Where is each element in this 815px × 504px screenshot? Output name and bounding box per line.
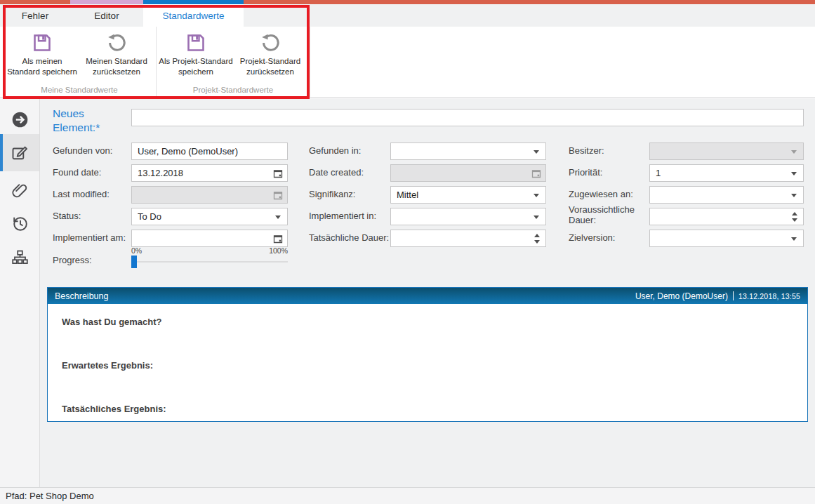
neues-element-label: Neues Element:* <box>53 107 116 135</box>
zugewiesen-an-select[interactable] <box>649 186 804 204</box>
tatsaechliche-dauer-spinner[interactable] <box>390 230 546 247</box>
sidebar-active-indicator <box>0 134 3 171</box>
dropdown-caret-icon <box>791 237 797 241</box>
zielversion-select[interactable] <box>649 230 804 247</box>
tab-row-filler <box>244 4 815 27</box>
dropdown-caret-icon <box>534 194 539 197</box>
prioritaet-label: Priorität: <box>569 168 602 178</box>
ribbon-group-projekt-standardwerte: Als Projekt-Standard speichern Projekt-S… <box>157 27 310 97</box>
voraussichtliche-dauer-spinner[interactable] <box>649 208 804 225</box>
calendar-icon[interactable] <box>272 233 284 246</box>
slider-thumb[interactable] <box>131 256 137 268</box>
button-label: Als Projekt-Standard speichern <box>159 56 232 77</box>
save-icon <box>32 30 53 55</box>
dropdown-caret-icon <box>534 215 539 219</box>
status-label: Status: <box>53 211 81 222</box>
tab-fehler[interactable]: Fehler <box>0 4 70 27</box>
date-created-input <box>390 164 546 182</box>
found-date-label: Found date: <box>53 168 101 178</box>
slider-max-label: 100% <box>269 246 288 255</box>
ribbon-group-label: Meine Standardwerte <box>5 86 154 97</box>
progress-slider[interactable]: 0% 100% <box>131 246 288 269</box>
beschreibung-section: Beschreibung User, Demo (DemoUser) 13.12… <box>47 287 808 422</box>
gefunden-von-label: Gefunden von: <box>53 146 112 157</box>
beschreibung-meta: User, Demo (DemoUser) 13.12.2018, 13:55 <box>635 291 800 301</box>
paperclip-icon <box>11 190 29 202</box>
tab-editor[interactable]: Editor <box>70 4 143 27</box>
ribbon-group-label: Projekt-Standardwerte <box>159 86 307 97</box>
signifikanz-label: Signifikanz: <box>309 190 355 200</box>
neues-element-input[interactable] <box>131 109 804 126</box>
tab-standardwerte[interactable]: Standardwerte <box>143 4 244 27</box>
implementiert-am-label: Implementiert am: <box>53 233 126 244</box>
besitzer-select <box>649 142 804 160</box>
prompt-tatsaechliches-ergebnis: Tatsächliches Ergebnis: <box>62 404 793 414</box>
dropdown-caret-icon <box>791 172 797 175</box>
beschreibung-timestamp: 13.12.2018, 13:55 <box>738 292 800 300</box>
calendar-icon <box>272 190 284 203</box>
save-icon <box>185 30 206 55</box>
last-modified-input <box>131 186 288 204</box>
beschreibung-header: Beschreibung User, Demo (DemoUser) 13.12… <box>48 288 807 304</box>
besitzer-label: Besitzer: <box>569 146 604 157</box>
slider-min-label: 0% <box>131 246 142 255</box>
save-my-default-button[interactable]: Als meinen Standard speichern <box>5 27 79 86</box>
edit-icon <box>11 152 29 164</box>
prompt-was-hast-du-gemacht: Was hast Du gemacht? <box>62 317 793 327</box>
app-window: Fehler Editor Standardwerte <box>0 0 815 504</box>
reset-project-default-button[interactable]: Projekt-Standard zurücksetzen <box>233 27 307 86</box>
content: Neues Element:* Gefunden von: User, Demo… <box>0 98 815 487</box>
date-created-label: Date created: <box>309 168 364 178</box>
dropdown-caret-icon <box>791 150 797 154</box>
last-modified-label: Last modified: <box>53 190 110 200</box>
history-icon <box>11 223 29 235</box>
spinner-arrows-icon[interactable] <box>534 234 540 244</box>
reset-my-default-button[interactable]: Meinen Standard zurücksetzen <box>79 27 154 86</box>
ribbon-group-meine-standardwerte: Als meinen Standard speichern Meinen Sta… <box>3 27 157 97</box>
editor-form: Neues Element:* Gefunden von: User, Demo… <box>40 98 815 487</box>
tatsaechliche-dauer-label: Tatsächliche Dauer: <box>309 233 389 244</box>
implementiert-in-label: Implementiert in: <box>309 211 376 222</box>
reset-icon <box>106 30 127 55</box>
status-select[interactable]: To Do <box>131 208 288 225</box>
voraussichtliche-dauer-label: Voraussichtliche Dauer: <box>569 205 643 226</box>
zielversion-label: Zielversion: <box>569 233 615 244</box>
calendar-icon <box>531 168 542 181</box>
dropdown-caret-icon <box>791 194 797 197</box>
found-date-input[interactable]: 13.12.2018 <box>131 164 288 182</box>
prioritaet-select[interactable]: 1 <box>649 164 804 182</box>
prompt-erwartetes-ergebnis: Erwartetes Ergebnis: <box>62 360 793 371</box>
sidebar-item-attachments[interactable] <box>11 181 29 200</box>
gefunden-in-select[interactable] <box>390 142 546 160</box>
status-bar: Pfad: Pet Shop Demo <box>0 487 815 504</box>
zugewiesen-an-label: Zugewiesen an: <box>569 190 633 200</box>
sidebar-item-submit[interactable] <box>11 110 29 129</box>
sidebar-item-hierarchy[interactable] <box>11 248 29 267</box>
reset-icon <box>260 30 281 55</box>
ribbon: Fehler Editor Standardwerte <box>0 4 815 98</box>
sidebar-item-history[interactable] <box>11 214 29 233</box>
submit-arrow-icon <box>11 119 29 131</box>
meta-divider <box>733 291 734 300</box>
status-path: Pfad: Pet Shop Demo <box>6 491 94 501</box>
sidebar-item-editor[interactable] <box>11 143 29 162</box>
hierarchy-icon <box>11 258 29 270</box>
sidebar <box>0 98 40 487</box>
beschreibung-editor[interactable]: Was hast Du gemacht? Erwartetes Ergebnis… <box>48 304 807 414</box>
gefunden-in-label: Gefunden in: <box>309 146 361 157</box>
ribbon-tab-row: Fehler Editor Standardwerte <box>0 4 815 27</box>
gefunden-von-input[interactable]: User, Demo (DemoUser) <box>131 142 288 160</box>
signifikanz-select[interactable]: Mittel <box>390 186 546 204</box>
button-label: Projekt-Standard zurücksetzen <box>240 56 300 77</box>
ribbon-body: Als meinen Standard speichern Meinen Sta… <box>0 27 815 97</box>
implementiert-in-select[interactable] <box>390 208 546 225</box>
save-project-default-button[interactable]: Als Projekt-Standard speichern <box>159 27 233 86</box>
beschreibung-title: Beschreibung <box>55 291 108 301</box>
slider-track[interactable] <box>131 261 288 263</box>
dropdown-caret-icon <box>534 150 539 154</box>
spinner-arrows-icon[interactable] <box>792 212 797 222</box>
dropdown-caret-icon <box>275 215 281 219</box>
button-label: Meinen Standard zurücksetzen <box>86 56 147 77</box>
calendar-icon[interactable] <box>272 168 284 181</box>
implementiert-am-input[interactable] <box>131 230 288 247</box>
